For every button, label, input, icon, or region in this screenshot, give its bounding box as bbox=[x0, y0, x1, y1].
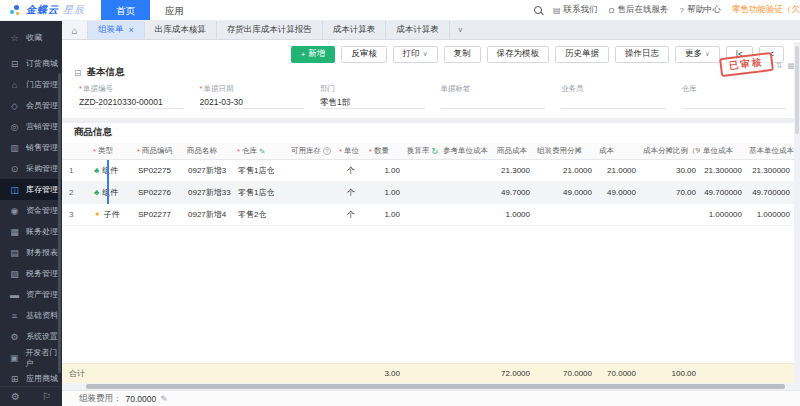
col-name[interactable]: 商品名称 bbox=[184, 143, 234, 159]
cell-unit[interactable]: 个 bbox=[336, 187, 366, 198]
horizontal-scrollbar[interactable] bbox=[62, 383, 800, 390]
sidebar-item[interactable]: ⚙ 系统设置 bbox=[0, 326, 62, 347]
cell-unit[interactable]: 个 bbox=[336, 209, 366, 220]
toolbar-button[interactable]: 历史单据∨ bbox=[555, 46, 609, 63]
tab-overflow-chevron[interactable]: ∨ bbox=[450, 21, 471, 39]
sidebar-item[interactable]: ≡ 基础资料 bbox=[0, 305, 62, 326]
cell-code[interactable]: SP02276 bbox=[134, 188, 184, 197]
toolbar-button[interactable]: 更多∨ bbox=[675, 46, 720, 63]
field-value[interactable] bbox=[561, 95, 666, 109]
cell-cost-ratio[interactable]: 70.00 bbox=[640, 188, 700, 197]
toolbar-button[interactable]: 反审核∨ bbox=[341, 46, 387, 63]
gear-icon[interactable]: ⚙ bbox=[11, 391, 20, 402]
collapse-icon[interactable]: ⊟ bbox=[74, 68, 82, 78]
top-nav-item[interactable]: 首页 bbox=[101, 0, 150, 21]
field-value[interactable]: ZZD-20210330-00001 bbox=[79, 95, 184, 109]
document-tab[interactable]: 出库成本核算 × bbox=[145, 21, 217, 39]
col-qty[interactable]: 数量 bbox=[366, 143, 404, 159]
sidebar-item[interactable]: ◉ 资金管理 bbox=[0, 200, 62, 221]
cell-type[interactable]: ♣组件 bbox=[90, 165, 134, 176]
top-nav-item[interactable]: 应用 bbox=[150, 0, 199, 21]
cell-warehouse[interactable]: 零售1店仓 bbox=[234, 165, 288, 176]
field-value[interactable] bbox=[682, 95, 787, 109]
cell-name[interactable]: 0927新增3 bbox=[184, 165, 234, 176]
col-goods-cost[interactable]: 商品成本 bbox=[494, 143, 534, 159]
col-base-unit-cost[interactable]: 基本单位成本 bbox=[746, 143, 794, 159]
sidebar-item[interactable]: ⊙ 采购管理 bbox=[0, 158, 62, 179]
cell-base-unit-cost[interactable]: 49.700000 bbox=[746, 188, 794, 197]
cell-name[interactable]: 0927新增4 bbox=[184, 209, 234, 220]
toolbar-button[interactable]: 打印∨ bbox=[393, 46, 438, 63]
cell-assembly-share[interactable]: 21.0000 bbox=[534, 166, 596, 175]
toolbar-button[interactable]: 复制∨ bbox=[444, 46, 481, 63]
col-available[interactable]: 可用库存? bbox=[288, 143, 336, 159]
search-icon[interactable] bbox=[534, 6, 542, 14]
top-link[interactable]: ▤联系我们 bbox=[553, 4, 598, 16]
top-link[interactable]: Ω售后在线服务 bbox=[609, 4, 669, 16]
home-tab[interactable]: ⌂ bbox=[62, 21, 88, 39]
cell-goods-cost[interactable]: 1.0000 bbox=[494, 210, 534, 219]
promo-link[interactable]: 零售功能验证（欠 bbox=[732, 4, 800, 16]
expand-icon[interactable]: ⇅ bbox=[776, 61, 783, 70]
cell-type[interactable]: ✦子件 bbox=[90, 209, 134, 220]
col-ref-unit-cost[interactable]: 参考单位成本 bbox=[440, 143, 494, 159]
cell-unit-cost[interactable]: 21.300000 bbox=[700, 166, 746, 175]
document-tab[interactable]: 成本计算表 × bbox=[386, 21, 450, 39]
cell-qty[interactable]: 1.00 bbox=[366, 188, 404, 197]
sidebar-item[interactable]: ☆ 收藏 bbox=[0, 27, 62, 48]
pin-icon[interactable]: ⚐ bbox=[42, 391, 51, 402]
close-icon[interactable]: × bbox=[129, 25, 134, 35]
col-rate[interactable]: 换算率↻ bbox=[404, 143, 440, 159]
sidebar-item[interactable]: ◎ 营销管理 bbox=[0, 116, 62, 137]
cell-base-unit-cost[interactable]: 21.300000 bbox=[746, 166, 794, 175]
document-tab[interactable]: 成本计算表 × bbox=[323, 21, 387, 39]
sidebar-item[interactable]: ⌂ 门店管理 bbox=[0, 74, 62, 95]
cell-code[interactable]: SP02275 bbox=[134, 166, 184, 175]
document-tab[interactable]: 存货出库成本计算报告 × bbox=[217, 21, 323, 39]
cell-unit-cost[interactable]: 1.000000 bbox=[700, 210, 746, 219]
sidebar-scrollbar[interactable] bbox=[58, 73, 61, 373]
sidebar-item[interactable]: ◫ 库存管理 bbox=[0, 179, 62, 200]
toolbar-button[interactable]: 操作日志∨ bbox=[615, 46, 669, 63]
toolbar-button[interactable]: +新增∨ bbox=[291, 46, 336, 63]
field-value[interactable]: 零售1部 bbox=[320, 95, 425, 109]
table-row[interactable]: 3 ✦子件 SP02277 0927新增4 零售2仓 个 1.00 1.0000 bbox=[62, 204, 800, 226]
sidebar-item[interactable]: ◇ 会员管理 bbox=[0, 95, 62, 116]
cell-warehouse[interactable]: 零售2仓 bbox=[234, 209, 288, 220]
edit-icon[interactable]: ✎ bbox=[160, 394, 168, 404]
col-cost-ratio[interactable]: 成本分摊比例（%） bbox=[640, 143, 700, 159]
field-value[interactable] bbox=[441, 95, 546, 109]
col-cost[interactable]: 成本 bbox=[596, 143, 640, 159]
sidebar-item[interactable]: ▨ 税务管理 bbox=[0, 263, 62, 284]
cell-unit-cost[interactable]: 49.700000 bbox=[700, 188, 746, 197]
table-row[interactable]: 1 ♣组件 SP02275 0927新增3 零售1店仓 个 1.00 21.30… bbox=[62, 160, 800, 182]
cell-qty[interactable]: 1.00 bbox=[366, 166, 404, 175]
cell-type[interactable]: ♣组件 bbox=[90, 187, 134, 198]
vertical-scrollbar-thumb[interactable] bbox=[795, 46, 799, 134]
batch-fill-icon[interactable]: ✎ bbox=[259, 147, 265, 156]
top-link[interactable]: ?帮助中心 bbox=[680, 4, 721, 16]
refresh-icon[interactable]: ↻ bbox=[432, 147, 439, 156]
help-circle-icon[interactable]: ? bbox=[323, 147, 331, 155]
document-tab[interactable]: 组装单 × bbox=[88, 21, 145, 39]
cell-qty[interactable]: 1.00 bbox=[366, 210, 404, 219]
sidebar-item[interactable]: ▦ 账务处理 bbox=[0, 221, 62, 242]
cell-cost-ratio[interactable]: 30.00 bbox=[640, 166, 700, 175]
col-type[interactable]: 类型 bbox=[90, 143, 134, 159]
toolbar-button[interactable]: 保存为模板∨ bbox=[487, 46, 550, 63]
col-unit[interactable]: 单位 bbox=[336, 143, 366, 159]
field-value[interactable]: 2021-03-30 bbox=[200, 95, 305, 109]
sidebar-item[interactable]: ⊟ 订货商城 bbox=[0, 53, 62, 74]
cell-base-unit-cost[interactable]: 1.000000 bbox=[746, 210, 794, 219]
cell-cost[interactable]: 21.0000 bbox=[596, 166, 640, 175]
sidebar-item[interactable]: ▥ 销售管理 bbox=[0, 137, 62, 158]
vertical-scrollbar[interactable] bbox=[794, 42, 800, 384]
col-code[interactable]: 商品编码 bbox=[134, 143, 184, 159]
cell-unit[interactable]: 个 bbox=[336, 165, 366, 176]
sidebar-item[interactable]: ▬ 资产管理 bbox=[0, 284, 62, 305]
col-warehouse[interactable]: 仓库✎ bbox=[234, 143, 288, 159]
cell-warehouse[interactable]: 零售1店仓 bbox=[234, 187, 288, 198]
cell-cost[interactable]: 49.0000 bbox=[596, 188, 640, 197]
table-row[interactable]: 2 ♣组件 SP02276 0927新增33 零售1店仓 个 1.00 49.7… bbox=[62, 182, 800, 204]
horizontal-scrollbar-thumb[interactable] bbox=[86, 384, 785, 389]
